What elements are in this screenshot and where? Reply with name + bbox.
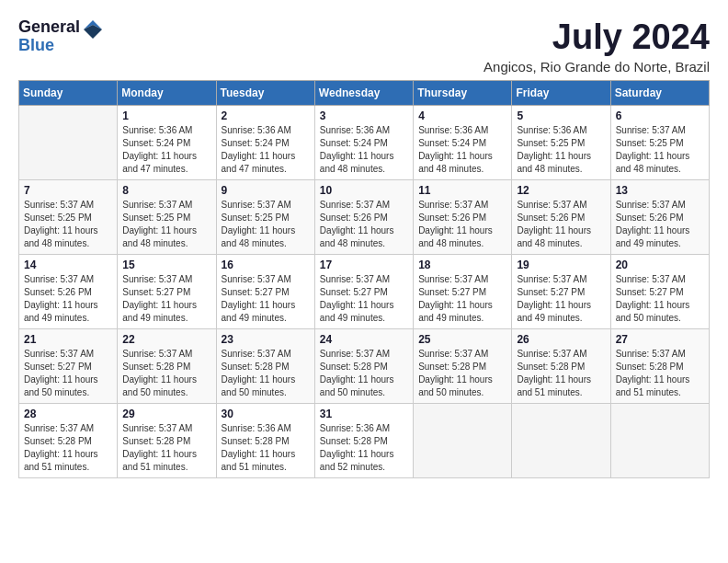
day-info: Sunrise: 5:36 AM Sunset: 5:24 PM Dayligh… — [122, 124, 210, 176]
day-info: Sunrise: 5:37 AM Sunset: 5:28 PM Dayligh… — [418, 348, 506, 399]
calendar-cell: 23Sunrise: 5:37 AM Sunset: 5:28 PM Dayli… — [216, 328, 314, 403]
day-number: 30 — [222, 408, 310, 420]
day-info: Sunrise: 5:37 AM Sunset: 5:27 PM Dayligh… — [122, 273, 210, 325]
calendar-cell: 11Sunrise: 5:37 AM Sunset: 5:26 PM Dayli… — [414, 179, 512, 254]
calendar-cell: 17Sunrise: 5:37 AM Sunset: 5:27 PM Dayli… — [314, 254, 413, 328]
calendar-cell — [512, 403, 610, 477]
logo-general: General — [18, 18, 80, 37]
day-number: 2 — [222, 109, 310, 122]
month-title: July 2024 — [483, 18, 710, 57]
day-number: 1 — [122, 109, 210, 122]
day-info: Sunrise: 5:36 AM Sunset: 5:28 PM Dayligh… — [222, 422, 310, 474]
calendar-cell — [19, 105, 118, 179]
calendar-cell: 4Sunrise: 5:36 AM Sunset: 5:24 PM Daylig… — [414, 105, 512, 179]
calendar-cell: 27Sunrise: 5:37 AM Sunset: 5:28 PM Dayli… — [610, 328, 709, 403]
calendar-cell — [610, 403, 709, 477]
logo-icon — [84, 20, 102, 39]
calendar-cell: 15Sunrise: 5:37 AM Sunset: 5:27 PM Dayli… — [118, 254, 216, 328]
calendar-cell: 14Sunrise: 5:37 AM Sunset: 5:26 PM Dayli… — [19, 254, 118, 328]
day-number: 13 — [616, 184, 704, 197]
day-info: Sunrise: 5:36 AM Sunset: 5:24 PM Dayligh… — [222, 124, 310, 176]
calendar-cell: 13Sunrise: 5:37 AM Sunset: 5:26 PM Dayli… — [610, 179, 709, 254]
calendar-cell: 31Sunrise: 5:36 AM Sunset: 5:28 PM Dayli… — [314, 403, 413, 477]
day-number: 23 — [222, 333, 310, 346]
calendar-cell: 20Sunrise: 5:37 AM Sunset: 5:27 PM Dayli… — [610, 254, 709, 328]
week-row-1: 1Sunrise: 5:36 AM Sunset: 5:24 PM Daylig… — [19, 105, 710, 179]
calendar-cell: 3Sunrise: 5:36 AM Sunset: 5:24 PM Daylig… — [314, 105, 413, 179]
calendar-cell — [414, 403, 512, 477]
calendar-cell: 12Sunrise: 5:37 AM Sunset: 5:26 PM Dayli… — [512, 179, 610, 254]
logo: General Blue — [18, 18, 102, 55]
day-number: 15 — [122, 259, 210, 271]
day-number: 12 — [517, 184, 605, 197]
day-number: 26 — [517, 333, 605, 346]
day-number: 18 — [418, 259, 506, 271]
day-info: Sunrise: 5:37 AM Sunset: 5:28 PM Dayligh… — [222, 348, 310, 399]
header-saturday: Saturday — [610, 80, 709, 105]
header-monday: Monday — [118, 80, 216, 105]
calendar-cell: 6Sunrise: 5:37 AM Sunset: 5:25 PM Daylig… — [610, 105, 709, 179]
day-number: 22 — [122, 333, 210, 346]
calendar-cell: 7Sunrise: 5:37 AM Sunset: 5:25 PM Daylig… — [19, 179, 118, 254]
calendar-cell: 18Sunrise: 5:37 AM Sunset: 5:27 PM Dayli… — [414, 254, 512, 328]
day-info: Sunrise: 5:37 AM Sunset: 5:26 PM Dayligh… — [320, 199, 408, 250]
day-info: Sunrise: 5:37 AM Sunset: 5:27 PM Dayligh… — [24, 348, 112, 399]
calendar-cell: 21Sunrise: 5:37 AM Sunset: 5:27 PM Dayli… — [19, 328, 118, 403]
day-info: Sunrise: 5:37 AM Sunset: 5:28 PM Dayligh… — [24, 422, 112, 474]
calendar-cell: 10Sunrise: 5:37 AM Sunset: 5:26 PM Dayli… — [314, 179, 413, 254]
header-row: SundayMondayTuesdayWednesdayThursdayFrid… — [19, 80, 710, 105]
location-title: Angicos, Rio Grande do Norte, Brazil — [483, 59, 710, 75]
day-number: 4 — [418, 109, 506, 122]
calendar-cell: 16Sunrise: 5:37 AM Sunset: 5:27 PM Dayli… — [216, 254, 314, 328]
day-info: Sunrise: 5:37 AM Sunset: 5:28 PM Dayligh… — [320, 348, 408, 399]
day-info: Sunrise: 5:37 AM Sunset: 5:28 PM Dayligh… — [517, 348, 605, 399]
day-info: Sunrise: 5:36 AM Sunset: 5:28 PM Dayligh… — [320, 422, 408, 474]
day-number: 19 — [517, 259, 605, 271]
week-row-2: 7Sunrise: 5:37 AM Sunset: 5:25 PM Daylig… — [19, 179, 710, 254]
header-wednesday: Wednesday — [314, 80, 413, 105]
day-number: 14 — [24, 259, 112, 271]
day-info: Sunrise: 5:36 AM Sunset: 5:25 PM Dayligh… — [517, 124, 605, 176]
header: General Blue July 2024 Angicos, Rio Gran… — [18, 18, 710, 75]
day-info: Sunrise: 5:37 AM Sunset: 5:25 PM Dayligh… — [616, 124, 704, 176]
day-number: 5 — [517, 109, 605, 122]
logo-blue: Blue — [18, 37, 80, 55]
day-info: Sunrise: 5:37 AM Sunset: 5:27 PM Dayligh… — [418, 273, 506, 325]
day-number: 9 — [222, 184, 310, 197]
day-number: 10 — [320, 184, 408, 197]
calendar-cell: 30Sunrise: 5:36 AM Sunset: 5:28 PM Dayli… — [216, 403, 314, 477]
day-info: Sunrise: 5:37 AM Sunset: 5:26 PM Dayligh… — [616, 199, 704, 250]
calendar-cell: 5Sunrise: 5:36 AM Sunset: 5:25 PM Daylig… — [512, 105, 610, 179]
title-area: July 2024 Angicos, Rio Grande do Norte, … — [483, 18, 710, 75]
week-row-4: 21Sunrise: 5:37 AM Sunset: 5:27 PM Dayli… — [19, 328, 710, 403]
header-tuesday: Tuesday — [216, 80, 314, 105]
day-info: Sunrise: 5:36 AM Sunset: 5:24 PM Dayligh… — [418, 124, 506, 176]
day-number: 29 — [122, 408, 210, 420]
day-number: 8 — [122, 184, 210, 197]
day-number: 28 — [24, 408, 112, 420]
calendar-cell: 22Sunrise: 5:37 AM Sunset: 5:28 PM Dayli… — [118, 328, 216, 403]
day-info: Sunrise: 5:37 AM Sunset: 5:28 PM Dayligh… — [122, 348, 210, 399]
calendar-cell: 24Sunrise: 5:37 AM Sunset: 5:28 PM Dayli… — [314, 328, 413, 403]
week-row-5: 28Sunrise: 5:37 AM Sunset: 5:28 PM Dayli… — [19, 403, 710, 477]
calendar-table: SundayMondayTuesdayWednesdayThursdayFrid… — [18, 80, 710, 478]
calendar-cell: 29Sunrise: 5:37 AM Sunset: 5:28 PM Dayli… — [118, 403, 216, 477]
day-number: 31 — [320, 408, 408, 420]
day-info: Sunrise: 5:37 AM Sunset: 5:25 PM Dayligh… — [24, 199, 112, 250]
day-info: Sunrise: 5:37 AM Sunset: 5:27 PM Dayligh… — [320, 273, 408, 325]
day-info: Sunrise: 5:37 AM Sunset: 5:26 PM Dayligh… — [24, 273, 112, 325]
day-number: 24 — [320, 333, 408, 346]
day-info: Sunrise: 5:37 AM Sunset: 5:28 PM Dayligh… — [122, 422, 210, 474]
day-info: Sunrise: 5:37 AM Sunset: 5:26 PM Dayligh… — [517, 199, 605, 250]
day-number: 21 — [24, 333, 112, 346]
calendar-cell: 26Sunrise: 5:37 AM Sunset: 5:28 PM Dayli… — [512, 328, 610, 403]
day-number: 25 — [418, 333, 506, 346]
calendar-cell: 19Sunrise: 5:37 AM Sunset: 5:27 PM Dayli… — [512, 254, 610, 328]
day-info: Sunrise: 5:36 AM Sunset: 5:24 PM Dayligh… — [320, 124, 408, 176]
calendar-cell: 1Sunrise: 5:36 AM Sunset: 5:24 PM Daylig… — [118, 105, 216, 179]
header-friday: Friday — [512, 80, 610, 105]
calendar-cell: 2Sunrise: 5:36 AM Sunset: 5:24 PM Daylig… — [216, 105, 314, 179]
day-info: Sunrise: 5:37 AM Sunset: 5:27 PM Dayligh… — [616, 273, 704, 325]
calendar-cell: 9Sunrise: 5:37 AM Sunset: 5:25 PM Daylig… — [216, 179, 314, 254]
day-number: 11 — [418, 184, 506, 197]
